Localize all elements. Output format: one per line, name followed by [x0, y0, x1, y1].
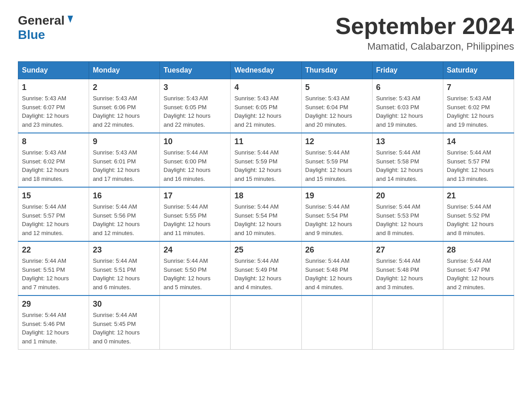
day-number: 26	[305, 245, 369, 255]
day-info: Sunrise: 5:44 AMSunset: 5:48 PMDaylight:…	[376, 257, 439, 291]
day-number: 10	[163, 137, 227, 146]
day-info: Sunrise: 5:44 AMSunset: 5:57 PMDaylight:…	[447, 148, 510, 183]
day-info: Sunrise: 5:44 AMSunset: 5:50 PMDaylight:…	[163, 257, 227, 291]
col-header-saturday: Saturday	[443, 62, 514, 79]
col-header-sunday: Sunday	[18, 62, 89, 79]
table-row	[160, 295, 231, 350]
day-number: 8	[22, 137, 85, 146]
table-row: 29Sunrise: 5:44 AMSunset: 5:46 PMDayligh…	[18, 295, 89, 350]
day-info: Sunrise: 5:43 AMSunset: 6:05 PMDaylight:…	[234, 94, 297, 129]
day-number: 13	[376, 137, 439, 146]
table-row	[301, 295, 372, 350]
table-row: 7Sunrise: 5:43 AMSunset: 6:02 PMDaylight…	[443, 79, 514, 133]
day-number: 22	[22, 245, 85, 255]
day-info: Sunrise: 5:44 AMSunset: 5:58 PMDaylight:…	[376, 148, 439, 183]
logo-blue-text: Blue	[18, 28, 45, 42]
day-number: 18	[234, 191, 297, 201]
day-number: 7	[447, 83, 510, 92]
day-info: Sunrise: 5:43 AMSunset: 6:04 PMDaylight:…	[305, 94, 369, 129]
day-info: Sunrise: 5:44 AMSunset: 5:53 PMDaylight:…	[376, 202, 439, 237]
table-row: 18Sunrise: 5:44 AMSunset: 5:54 PMDayligh…	[231, 187, 301, 241]
table-row: 8Sunrise: 5:43 AMSunset: 6:02 PMDaylight…	[18, 133, 89, 187]
calendar-week-row: 1Sunrise: 5:43 AMSunset: 6:07 PMDaylight…	[18, 79, 514, 133]
day-info: Sunrise: 5:43 AMSunset: 6:01 PMDaylight:…	[93, 148, 156, 183]
logo-general-text: General	[18, 13, 64, 28]
day-info: Sunrise: 5:44 AMSunset: 5:49 PMDaylight:…	[234, 257, 297, 291]
day-info: Sunrise: 5:43 AMSunset: 6:03 PMDaylight:…	[376, 94, 439, 129]
day-number: 14	[447, 137, 510, 146]
day-info: Sunrise: 5:44 AMSunset: 5:45 PMDaylight:…	[93, 311, 156, 346]
col-header-friday: Friday	[372, 62, 443, 79]
day-info: Sunrise: 5:44 AMSunset: 5:52 PMDaylight:…	[447, 202, 510, 237]
table-row: 30Sunrise: 5:44 AMSunset: 5:45 PMDayligh…	[89, 295, 160, 350]
svg-marker-0	[68, 16, 73, 23]
table-row: 9Sunrise: 5:43 AMSunset: 6:01 PMDaylight…	[89, 133, 160, 187]
day-number: 24	[163, 245, 227, 255]
month-year-title: September 2024	[335, 13, 514, 39]
day-info: Sunrise: 5:44 AMSunset: 5:46 PMDaylight:…	[22, 311, 85, 346]
day-info: Sunrise: 5:44 AMSunset: 5:57 PMDaylight:…	[22, 202, 85, 237]
day-info: Sunrise: 5:44 AMSunset: 5:51 PMDaylight:…	[93, 257, 156, 291]
day-info: Sunrise: 5:44 AMSunset: 5:54 PMDaylight:…	[305, 202, 369, 237]
day-number: 16	[93, 191, 156, 201]
table-row: 3Sunrise: 5:43 AMSunset: 6:05 PMDaylight…	[160, 79, 231, 133]
day-number: 1	[22, 83, 85, 92]
day-number: 3	[163, 83, 227, 92]
table-row: 10Sunrise: 5:44 AMSunset: 6:00 PMDayligh…	[160, 133, 231, 187]
table-row: 16Sunrise: 5:44 AMSunset: 5:56 PMDayligh…	[89, 187, 160, 241]
day-info: Sunrise: 5:44 AMSunset: 5:55 PMDaylight:…	[163, 202, 227, 237]
day-info: Sunrise: 5:43 AMSunset: 6:07 PMDaylight:…	[22, 94, 85, 129]
day-number: 5	[305, 83, 369, 92]
calendar-week-row: 8Sunrise: 5:43 AMSunset: 6:02 PMDaylight…	[18, 133, 514, 187]
table-row: 25Sunrise: 5:44 AMSunset: 5:49 PMDayligh…	[231, 241, 301, 295]
day-number: 19	[305, 191, 369, 201]
table-row: 11Sunrise: 5:44 AMSunset: 5:59 PMDayligh…	[231, 133, 301, 187]
logo: General Blue	[18, 13, 75, 42]
day-number: 21	[447, 191, 510, 201]
col-header-tuesday: Tuesday	[160, 62, 231, 79]
day-number: 30	[93, 300, 156, 309]
day-info: Sunrise: 5:43 AMSunset: 6:02 PMDaylight:…	[22, 148, 85, 183]
col-header-wednesday: Wednesday	[231, 62, 301, 79]
table-row	[443, 295, 514, 350]
calendar-week-row: 29Sunrise: 5:44 AMSunset: 5:46 PMDayligh…	[18, 295, 514, 350]
table-row: 2Sunrise: 5:43 AMSunset: 6:06 PMDaylight…	[89, 79, 160, 133]
logo-triangle-icon	[65, 15, 75, 25]
table-row: 27Sunrise: 5:44 AMSunset: 5:48 PMDayligh…	[372, 241, 443, 295]
calendar-week-row: 22Sunrise: 5:44 AMSunset: 5:51 PMDayligh…	[18, 241, 514, 295]
day-info: Sunrise: 5:44 AMSunset: 5:59 PMDaylight:…	[234, 148, 297, 183]
day-number: 11	[234, 137, 297, 146]
day-number: 17	[163, 191, 227, 201]
day-number: 4	[234, 83, 297, 92]
table-row: 24Sunrise: 5:44 AMSunset: 5:50 PMDayligh…	[160, 241, 231, 295]
day-info: Sunrise: 5:44 AMSunset: 5:47 PMDaylight:…	[447, 257, 510, 291]
day-number: 9	[93, 137, 156, 146]
day-info: Sunrise: 5:44 AMSunset: 5:48 PMDaylight:…	[305, 257, 369, 291]
col-header-thursday: Thursday	[301, 62, 372, 79]
location-subtitle: Mamatid, Calabarzon, Philippines	[335, 41, 514, 52]
col-header-monday: Monday	[89, 62, 160, 79]
day-info: Sunrise: 5:43 AMSunset: 6:05 PMDaylight:…	[163, 94, 227, 129]
table-row	[231, 295, 301, 350]
table-row: 20Sunrise: 5:44 AMSunset: 5:53 PMDayligh…	[372, 187, 443, 241]
table-row: 6Sunrise: 5:43 AMSunset: 6:03 PMDaylight…	[372, 79, 443, 133]
calendar-table: Sunday Monday Tuesday Wednesday Thursday…	[18, 61, 514, 350]
table-row: 21Sunrise: 5:44 AMSunset: 5:52 PMDayligh…	[443, 187, 514, 241]
calendar-header-row: Sunday Monday Tuesday Wednesday Thursday…	[18, 62, 514, 79]
table-row: 28Sunrise: 5:44 AMSunset: 5:47 PMDayligh…	[443, 241, 514, 295]
day-number: 28	[447, 245, 510, 255]
day-number: 27	[376, 245, 439, 255]
table-row: 14Sunrise: 5:44 AMSunset: 5:57 PMDayligh…	[443, 133, 514, 187]
page-header: General Blue September 2024 Mamatid, Cal…	[18, 13, 514, 52]
table-row: 26Sunrise: 5:44 AMSunset: 5:48 PMDayligh…	[301, 241, 372, 295]
day-info: Sunrise: 5:44 AMSunset: 5:59 PMDaylight:…	[305, 148, 369, 183]
day-number: 25	[234, 245, 297, 255]
table-row: 12Sunrise: 5:44 AMSunset: 5:59 PMDayligh…	[301, 133, 372, 187]
day-number: 15	[22, 191, 85, 201]
day-number: 12	[305, 137, 369, 146]
table-row: 1Sunrise: 5:43 AMSunset: 6:07 PMDaylight…	[18, 79, 89, 133]
day-number: 29	[22, 300, 85, 309]
day-info: Sunrise: 5:44 AMSunset: 5:56 PMDaylight:…	[93, 202, 156, 237]
day-number: 2	[93, 83, 156, 92]
table-row: 19Sunrise: 5:44 AMSunset: 5:54 PMDayligh…	[301, 187, 372, 241]
